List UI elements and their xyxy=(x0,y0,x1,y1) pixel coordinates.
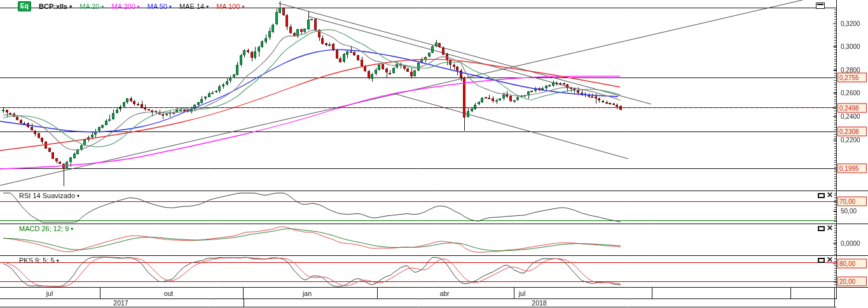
legend-ma-20[interactable]: MA 20▾ xyxy=(79,3,104,10)
chevron-down-icon: ▾ xyxy=(101,4,104,10)
maximize-panel-button[interactable] xyxy=(818,226,825,231)
legend-ma-label: MA 20 xyxy=(79,3,99,10)
panel-title-rsi[interactable]: RSI 14 Suavizado▾ xyxy=(19,192,79,199)
month-label: abr xyxy=(439,290,449,297)
legend-ma-label: MA 50 xyxy=(148,3,167,10)
chevron-down-icon: ▾ xyxy=(71,226,73,232)
price-level-badge: 80,00 xyxy=(837,259,867,269)
legend-ma-label: MAE 14 xyxy=(179,3,204,10)
legend-ma-label: MA 100 xyxy=(216,3,240,10)
month-label: jul xyxy=(46,290,53,297)
chevron-down-icon: ▾ xyxy=(137,4,140,10)
month-label: jul xyxy=(519,290,526,297)
close-panel-button[interactable]: ✕ xyxy=(827,192,833,198)
month-label: jan xyxy=(303,290,312,297)
chevron-down-icon: ▾ xyxy=(77,193,79,199)
maximize-panel-button[interactable] xyxy=(818,193,825,198)
close-panel-button[interactable]: ✕ xyxy=(827,257,833,263)
legend-bar: Eq BCP:xlls▾ MA 20▾MA 200▾MA 50▾MAE 14▾M… xyxy=(18,1,244,11)
price-axis-label: 0,3200 xyxy=(841,20,860,27)
price-level-badge: 0,2755 xyxy=(837,73,867,83)
price-level-badge: 0,2498 xyxy=(837,104,867,113)
maximize-panel-button[interactable] xyxy=(818,258,825,263)
chevron-down-icon: ▾ xyxy=(206,4,209,10)
price-level-badge: 0,1995 xyxy=(837,164,867,173)
price-axis-label: 0,2400 xyxy=(841,113,860,120)
legend-ma-100[interactable]: MA 100▾ xyxy=(216,3,244,10)
instrument-type-badge: Eq xyxy=(18,1,31,11)
panel-title-macd[interactable]: MACD 26; 12; 9▾ xyxy=(19,225,73,232)
price-level-badge: 0,2308 xyxy=(837,127,867,137)
month-label: out xyxy=(164,290,174,297)
legend-ma-200[interactable]: MA 200▾ xyxy=(111,3,139,10)
price-level-badge: 20,00 xyxy=(837,277,867,286)
legend-mae-14[interactable]: MAE 14▾ xyxy=(179,3,209,10)
symbol-selector[interactable]: BCP:xlls▾ xyxy=(39,3,72,10)
panel-title-pks[interactable]: PKS 9; 5; 5▾ xyxy=(19,257,59,264)
chevron-down-icon: ▾ xyxy=(69,4,72,10)
legend-ma-50[interactable]: MA 50▾ xyxy=(148,3,172,10)
chart-window: Eq BCP:xlls▾ MA 20▾MA 200▾MA 50▾MAE 14▾M… xyxy=(0,0,868,308)
close-panel-button[interactable]: ✕ xyxy=(827,225,833,231)
legend-ma-label: MA 200 xyxy=(111,3,135,10)
legend-ma-list: MA 20▾MA 200▾MA 50▾MAE 14▾MA 100▾ xyxy=(79,3,244,10)
price-axis-label: 0,2600 xyxy=(841,90,860,97)
price-chart-canvas[interactable] xyxy=(0,0,868,308)
price-axis-label: 50,00 xyxy=(841,208,857,215)
year-label: 2017 xyxy=(113,299,128,307)
chevron-down-icon: ▾ xyxy=(169,4,172,10)
restore-window-icon[interactable] xyxy=(816,3,825,9)
chevron-down-icon: ▾ xyxy=(242,4,244,10)
symbol-label: BCP:xlls xyxy=(39,3,67,10)
price-axis-label: 0,0000 xyxy=(841,240,860,247)
price-level-badge: 70,00 xyxy=(837,197,867,206)
price-axis-label: 0,3000 xyxy=(841,43,860,50)
year-label: 2018 xyxy=(532,299,546,307)
price-axis-label: 0,2200 xyxy=(841,137,860,144)
chevron-down-icon: ▾ xyxy=(57,258,59,264)
